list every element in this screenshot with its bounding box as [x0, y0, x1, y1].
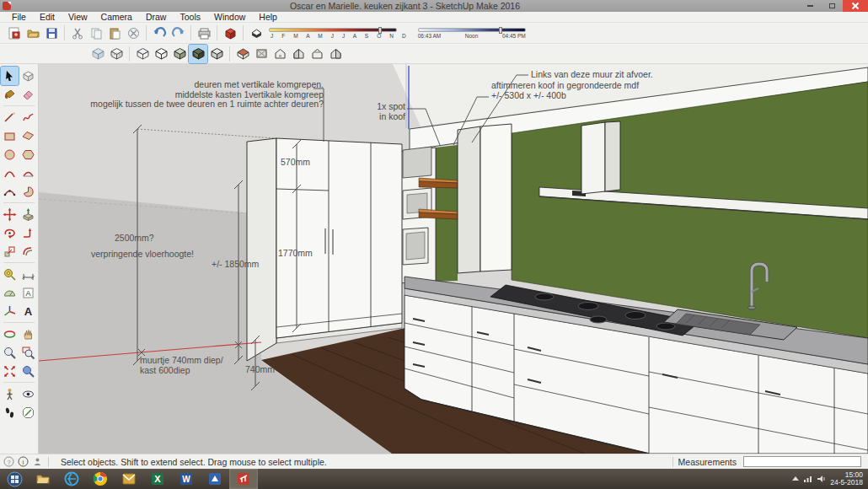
xray-style-button[interactable]	[88, 45, 107, 63]
wall-depth-note: muurtje 740mm diep/ kast 600diep	[140, 355, 223, 375]
menu-window[interactable]: Window	[207, 12, 252, 22]
dimension-tool[interactable]	[19, 265, 37, 283]
paint-bucket-tool[interactable]	[1, 85, 19, 104]
geolocation-icon[interactable]: ?	[3, 456, 14, 467]
pan-tool[interactable]	[19, 325, 37, 343]
volume-icon[interactable]	[817, 475, 827, 483]
zoom-window-tool[interactable]	[19, 343, 37, 362]
top-view-button[interactable]	[252, 45, 271, 63]
position-camera-tool[interactable]	[1, 384, 19, 403]
file-explorer-button[interactable]	[29, 469, 57, 489]
section-plane-tool[interactable]	[19, 403, 37, 422]
menu-edit[interactable]: Edit	[33, 12, 62, 22]
move-tool[interactable]	[1, 205, 19, 223]
right-view-button[interactable]	[289, 45, 308, 63]
two-point-arc-tool[interactable]	[19, 164, 37, 182]
network-icon[interactable]	[803, 475, 813, 483]
shaded-textures-style-button[interactable]	[189, 45, 207, 63]
line-tool[interactable]	[1, 108, 19, 126]
outlook-button[interactable]	[115, 469, 143, 489]
minimize-button[interactable]	[799, 0, 821, 12]
cut-button[interactable]	[68, 24, 87, 42]
freehand-tool[interactable]	[19, 108, 37, 126]
select-tool[interactable]	[1, 67, 19, 85]
rotated-rectangle-tool[interactable]	[19, 126, 37, 145]
sign-in-icon[interactable]	[32, 456, 43, 467]
orbit-tool[interactable]	[1, 325, 19, 343]
arc-icon	[3, 166, 17, 180]
clock[interactable]: 15:00 24-5-2018	[830, 471, 863, 487]
start-icon	[7, 471, 23, 487]
start-button[interactable]	[0, 469, 29, 489]
front-view-button[interactable]	[271, 45, 289, 63]
shadows-toggle-button[interactable]	[247, 24, 265, 42]
time-slider-thumb[interactable]	[499, 27, 502, 34]
menu-view[interactable]: View	[62, 12, 94, 22]
open-button[interactable]	[24, 24, 42, 42]
menu-draw[interactable]: Draw	[139, 12, 174, 22]
undo-button[interactable]	[150, 24, 169, 42]
model-info-button[interactable]	[221, 24, 239, 42]
back-view-button[interactable]	[308, 45, 326, 63]
redo-button[interactable]	[169, 24, 187, 42]
paste-button[interactable]	[105, 24, 124, 42]
3d-text-tool[interactable]: A	[19, 302, 37, 320]
date-slider-thumb[interactable]	[378, 27, 382, 34]
copy-button[interactable]	[87, 24, 105, 42]
erase-button[interactable]	[124, 24, 142, 42]
tray-expand-icon[interactable]	[791, 475, 800, 483]
zoom-previous-tool[interactable]	[19, 362, 37, 380]
close-button[interactable]	[843, 0, 868, 12]
axes-tool[interactable]	[1, 302, 19, 320]
follow-me-tool[interactable]	[19, 223, 37, 242]
back-edges-style-button[interactable]	[107, 45, 126, 63]
monochrome-style-button[interactable]	[207, 45, 226, 63]
pie-tool[interactable]	[19, 182, 37, 201]
measurements-input[interactable]	[743, 456, 861, 467]
walk-tool[interactable]	[1, 403, 19, 422]
make-component-tool[interactable]	[19, 67, 37, 85]
new-button[interactable]	[5, 24, 24, 42]
offset-tool[interactable]	[19, 242, 37, 261]
menu-file[interactable]: File	[5, 12, 33, 22]
sketchup-taskbar-button[interactable]	[229, 469, 258, 489]
wireframe-style-button[interactable]	[133, 45, 152, 63]
zoom-tool[interactable]	[1, 343, 19, 362]
menu-camera[interactable]: Camera	[94, 12, 139, 22]
print-button[interactable]	[195, 24, 213, 42]
protractor-tool[interactable]	[1, 283, 19, 302]
tape-measure-tool[interactable]	[1, 265, 19, 283]
3d-viewport[interactable]: deuren met vertikale komgrepen. middelst…	[39, 64, 868, 454]
zoom-extents-tool[interactable]	[1, 362, 19, 380]
rotate-tool[interactable]	[1, 223, 19, 242]
menu-tools[interactable]: Tools	[173, 12, 207, 22]
internet-explorer-button[interactable]	[57, 469, 86, 489]
three-point-arc-tool[interactable]	[1, 182, 19, 201]
circle-tool[interactable]	[1, 145, 19, 164]
arc-tool[interactable]	[1, 164, 19, 182]
hidden-line-style-button[interactable]	[152, 45, 170, 63]
time-slider-track[interactable]	[418, 28, 526, 32]
scale-tool[interactable]	[1, 242, 19, 261]
credits-icon[interactable]: i	[18, 456, 29, 467]
push-pull-tool[interactable]	[19, 205, 37, 223]
maximize-button[interactable]	[821, 0, 843, 12]
rectangle-tool[interactable]	[1, 126, 19, 145]
polygon-tool[interactable]	[19, 145, 37, 164]
menu-help[interactable]: Help	[252, 12, 284, 22]
shadow-time-slider[interactable]: 06:43 AM Noon 04:45 PM	[418, 28, 526, 39]
text-tool[interactable]: A	[19, 283, 37, 302]
eraser-tool[interactable]	[19, 85, 37, 104]
save-button[interactable]	[42, 24, 61, 42]
word-button[interactable]: W	[172, 469, 201, 489]
shaded-style-button[interactable]	[170, 45, 189, 63]
date-slider-track[interactable]	[269, 28, 397, 32]
excel-button[interactable]: X	[143, 469, 172, 489]
left-view-button[interactable]	[326, 45, 345, 63]
look-around-tool[interactable]	[19, 384, 37, 403]
iso-view-button[interactable]	[233, 45, 252, 63]
chrome-button[interactable]	[86, 469, 115, 489]
blue-app-button[interactable]	[201, 469, 229, 489]
shadow-date-slider[interactable]: J F M A M J J A S O N D	[269, 28, 410, 39]
xray-style-icon	[91, 46, 105, 61]
